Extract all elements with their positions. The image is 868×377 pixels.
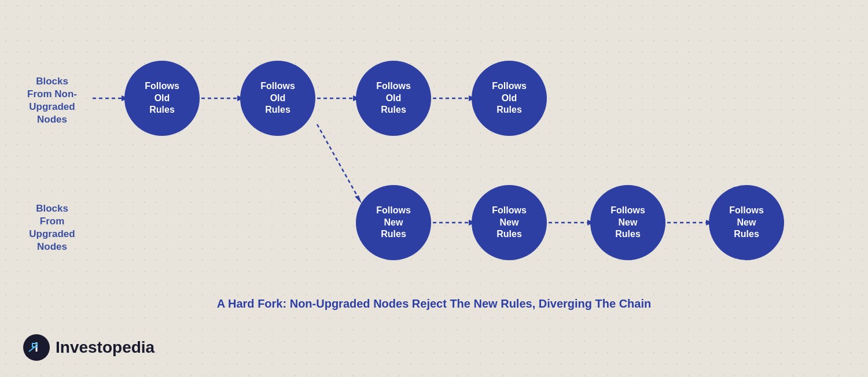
- svg-line-8: [317, 124, 358, 197]
- circle-new-2: FollowsNewRules: [472, 185, 547, 260]
- brand: i Investopedia: [23, 334, 155, 361]
- circle-new-1: FollowsNewRules: [356, 185, 431, 260]
- circle-old-2: FollowsOldRules: [240, 61, 315, 136]
- arrows-svg: [0, 29, 868, 306]
- investopedia-logo: i: [23, 334, 50, 361]
- svg-marker-9: [355, 195, 362, 204]
- caption: A Hard Fork: Non-Upgraded Nodes Reject T…: [0, 297, 868, 311]
- circle-old-3: FollowsOldRules: [356, 61, 431, 136]
- label-upgraded: BlocksFromUpgradedNodes: [17, 202, 87, 253]
- circle-new-3: FollowsNewRules: [590, 185, 665, 260]
- brand-name: Investopedia: [56, 338, 155, 357]
- circle-old-4: FollowsOldRules: [472, 61, 547, 136]
- circle-old-1: FollowsOldRules: [124, 61, 200, 136]
- circle-new-4: FollowsNewRules: [709, 185, 784, 260]
- label-non-upgraded: BlocksFrom Non-UpgradedNodes: [17, 75, 87, 126]
